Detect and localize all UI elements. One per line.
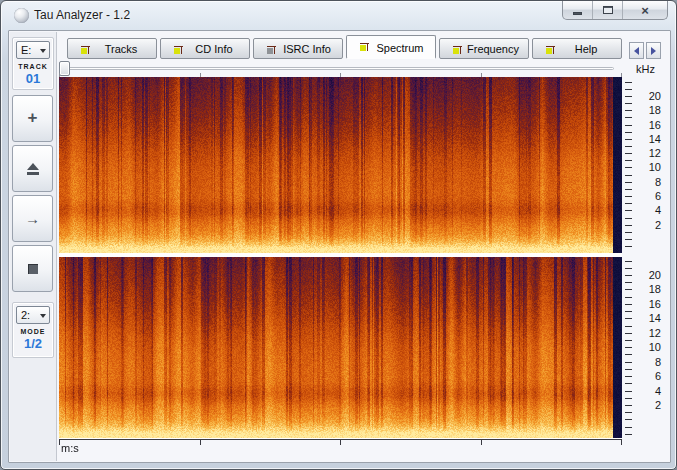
maximize-button[interactable] bbox=[593, 1, 623, 19]
freq-tick-label: 6 bbox=[639, 190, 661, 202]
time-tick bbox=[59, 440, 60, 445]
tab-status-icon bbox=[174, 45, 183, 54]
freq-tick bbox=[625, 398, 632, 399]
freq-tick bbox=[625, 275, 632, 276]
position-slider-thumb[interactable] bbox=[59, 61, 70, 76]
titlebar[interactable]: Tau Analyzer - 1.2 × bbox=[1, 1, 676, 31]
freq-tick bbox=[625, 369, 632, 370]
freq-tick bbox=[625, 182, 632, 183]
freq-tick bbox=[625, 333, 632, 334]
freq-tick bbox=[625, 268, 632, 269]
tab-status-icon bbox=[453, 45, 462, 54]
tab-scroll-buttons bbox=[627, 42, 661, 59]
tab-cd-info[interactable]: CD Info bbox=[160, 38, 250, 59]
mode-label: MODE bbox=[13, 328, 53, 335]
freq-tick bbox=[625, 304, 632, 305]
freq-tick bbox=[625, 412, 632, 413]
freq-tick-label: 2 bbox=[639, 399, 661, 411]
freq-tick bbox=[625, 125, 632, 126]
tab-label: Frequency bbox=[462, 43, 524, 55]
next-button[interactable]: → bbox=[12, 195, 53, 242]
freq-tick-label: 14 bbox=[639, 133, 661, 145]
freq-tick-label: 10 bbox=[639, 341, 661, 353]
freq-tick bbox=[625, 189, 632, 190]
mode-value: 1/2 bbox=[13, 336, 53, 351]
freq-tick bbox=[625, 89, 632, 90]
tab-frequency[interactable]: Frequency bbox=[439, 38, 529, 59]
drive-select-value: E: bbox=[21, 44, 31, 56]
stop-icon bbox=[28, 264, 38, 274]
freq-tick bbox=[625, 376, 632, 377]
freq-tick-label: 18 bbox=[639, 283, 661, 295]
freq-tick bbox=[625, 311, 632, 312]
freq-tick bbox=[625, 160, 632, 161]
tab-status-icon bbox=[546, 45, 555, 54]
freq-tick bbox=[625, 289, 632, 290]
freq-tick bbox=[625, 110, 632, 111]
maximize-icon bbox=[603, 6, 613, 14]
tab-spectrum[interactable]: Spectrum bbox=[346, 35, 436, 59]
freq-tick-label: 2 bbox=[639, 219, 661, 231]
mode-group: 2: MODE 1/2 bbox=[12, 302, 54, 358]
stop-button[interactable] bbox=[12, 245, 53, 292]
freq-tick-label: 20 bbox=[639, 269, 661, 281]
mode-select[interactable]: 2: bbox=[16, 306, 50, 324]
freq-tick bbox=[625, 239, 632, 240]
freq-tick bbox=[625, 347, 632, 348]
minimize-button[interactable] bbox=[563, 1, 593, 19]
tab-label: Help bbox=[555, 43, 617, 55]
freq-tick-label: 16 bbox=[639, 298, 661, 310]
freq-tick bbox=[625, 203, 632, 204]
close-button[interactable]: × bbox=[623, 1, 667, 19]
app-icon bbox=[14, 8, 29, 23]
chevron-down-icon bbox=[40, 49, 46, 53]
add-button[interactable]: + bbox=[12, 95, 53, 142]
freq-tick bbox=[625, 383, 632, 384]
freq-tick-label: 4 bbox=[639, 204, 661, 216]
freq-tick bbox=[625, 419, 632, 420]
plus-icon: + bbox=[28, 109, 38, 126]
arrow-right-icon bbox=[651, 47, 656, 55]
freq-tick bbox=[625, 318, 632, 319]
freq-tick bbox=[625, 354, 632, 355]
freq-tick-label: 4 bbox=[639, 385, 661, 397]
tab-isrc-info[interactable]: ISRC Info bbox=[253, 38, 343, 59]
spectrogram-right-channel bbox=[59, 257, 622, 438]
freq-tick bbox=[625, 132, 632, 133]
freq-tick bbox=[625, 427, 632, 428]
freq-tick bbox=[625, 246, 632, 247]
freq-tick bbox=[625, 326, 632, 327]
freq-tick-label: 10 bbox=[639, 161, 661, 173]
drive-select[interactable]: E: bbox=[16, 41, 50, 59]
mode-select-value: 2: bbox=[21, 309, 30, 321]
track-label: TRACK bbox=[13, 63, 53, 70]
app-window: Tau Analyzer - 1.2 × E: TRACK 01 + → bbox=[0, 0, 677, 470]
freq-tick bbox=[625, 167, 632, 168]
tab-scroll-left-button[interactable] bbox=[629, 42, 644, 59]
arrow-right-icon: → bbox=[25, 211, 40, 226]
freq-tick-label: 16 bbox=[639, 119, 661, 131]
tab-status-icon bbox=[267, 45, 276, 54]
position-slider-track[interactable] bbox=[62, 67, 614, 70]
freq-tick bbox=[625, 362, 632, 363]
tab-status-icon bbox=[360, 42, 369, 51]
time-tick bbox=[200, 73, 201, 77]
freq-tick-label: 6 bbox=[639, 370, 661, 382]
freq-tick bbox=[625, 96, 632, 97]
tab-help[interactable]: Help bbox=[532, 38, 622, 59]
time-tick bbox=[621, 73, 622, 77]
time-tick bbox=[481, 73, 482, 77]
freq-tick bbox=[625, 196, 632, 197]
freq-tick bbox=[625, 297, 632, 298]
tab-label: Tracks bbox=[90, 43, 152, 55]
tab-tracks[interactable]: Tracks bbox=[67, 38, 157, 59]
caption-buttons: × bbox=[562, 1, 668, 20]
time-tick bbox=[200, 440, 201, 445]
freq-tick bbox=[625, 225, 632, 226]
eject-button[interactable] bbox=[12, 145, 53, 192]
sidebar: E: TRACK 01 + → 2: MODE 1/2 bbox=[10, 32, 57, 461]
tab-scroll-right-button[interactable] bbox=[646, 42, 661, 59]
freq-tick-label: 12 bbox=[639, 147, 661, 159]
spectrogram-left-channel bbox=[59, 77, 622, 253]
arrow-left-icon bbox=[634, 47, 639, 55]
